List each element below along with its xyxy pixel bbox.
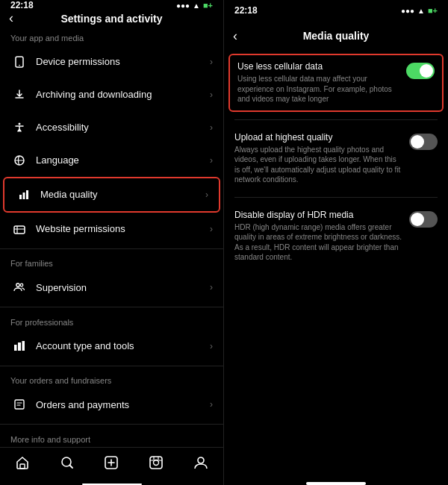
- chevron-icon: ›: [210, 282, 213, 292]
- svg-rect-12: [22, 341, 25, 351]
- chevron-icon: ›: [210, 399, 213, 410]
- nav-home[interactable]: [7, 448, 37, 478]
- sidebar-item-language[interactable]: Language ›: [0, 144, 223, 177]
- use-less-cellular-text-block: Use less cellular data Using less cellul…: [237, 61, 400, 104]
- divider-3: [0, 366, 223, 366]
- home-indicator-right: [306, 482, 366, 485]
- chart-bar-icon: [15, 186, 33, 204]
- section-label-orders: Your orders and fundraisers: [0, 369, 223, 388]
- svg-point-19: [198, 457, 204, 463]
- left-status-icons: ●●● ▲ ■+: [176, 1, 213, 10]
- accessibility-label: Accessibility: [36, 122, 210, 133]
- right-signal-icon: ●●●: [401, 7, 414, 15]
- use-less-cellular-title: Use less cellular data: [237, 61, 400, 72]
- chevron-icon: ›: [205, 190, 208, 200]
- nav-search[interactable]: [52, 448, 82, 478]
- right-panel: 22:18 ●●● ▲ ■+ ‹ Media quality Use less …: [224, 0, 448, 485]
- upload-highest-toggle[interactable]: [409, 134, 438, 150]
- divider-2: [0, 307, 223, 307]
- orders-icon: [10, 395, 28, 413]
- archiving-label: Archiving and downloading: [36, 89, 210, 100]
- use-less-cellular-toggle[interactable]: [406, 63, 435, 79]
- toggle-knob: [411, 135, 424, 148]
- section-label-families: For families: [0, 251, 223, 271]
- disable-hdr-toggle[interactable]: [409, 211, 438, 228]
- right-bottom-nav-spacer: [224, 466, 448, 481]
- right-back-button[interactable]: ‹: [233, 28, 237, 44]
- battery-icon: ■+: [203, 1, 213, 10]
- orders-label: Orders and payments: [36, 399, 210, 410]
- right-status-bar: 22:18 ●●● ▲ ■+: [224, 0, 448, 21]
- svg-rect-5: [23, 193, 25, 199]
- left-panel: 22:18 ●●● ▲ ■+ ‹ Settings and activity Y…: [0, 0, 224, 485]
- upload-highest-text-block: Upload at highest quality Always upload …: [234, 132, 403, 185]
- chevron-icon: ›: [210, 341, 213, 351]
- right-divider-1: [234, 119, 438, 120]
- svg-point-9: [20, 284, 23, 287]
- svg-rect-6: [26, 190, 28, 199]
- globe-icon: [10, 220, 28, 238]
- upload-highest-title: Upload at highest quality: [234, 132, 403, 143]
- bottom-navigation: [0, 447, 223, 482]
- disable-hdr-title: Disable display of HDR media: [234, 210, 403, 220]
- upload-highest-desc: Always upload the highest quality photos…: [234, 145, 403, 185]
- sidebar-item-archiving[interactable]: Archiving and downloading ›: [0, 78, 223, 111]
- download-icon: [10, 86, 28, 104]
- chevron-icon: ›: [210, 57, 213, 67]
- use-less-cellular-desc: Using less cellular data may affect your…: [237, 74, 400, 104]
- language-icon: [10, 151, 28, 169]
- sidebar-item-media-quality[interactable]: Media quality ›: [3, 177, 220, 213]
- right-wifi-icon: ▲: [417, 7, 425, 15]
- phone-icon: [10, 53, 28, 71]
- nav-reels[interactable]: [141, 448, 171, 478]
- supervision-label: Supervision: [36, 282, 210, 293]
- accessibility-icon: [10, 119, 28, 137]
- section-label-professionals: For professionals: [0, 310, 223, 330]
- setting-upload-highest[interactable]: Upload at highest quality Always upload …: [224, 125, 448, 193]
- nav-profile[interactable]: [186, 448, 216, 478]
- right-page-title: Media quality: [303, 30, 370, 42]
- sidebar-item-supervision[interactable]: Supervision ›: [0, 271, 223, 304]
- right-time: 22:18: [234, 5, 258, 16]
- chevron-icon: ›: [210, 155, 213, 166]
- svg-point-1: [19, 65, 20, 66]
- svg-rect-4: [19, 195, 22, 199]
- chevron-icon: ›: [210, 224, 213, 234]
- section-label-app-media: Your app and media: [0, 26, 223, 46]
- right-header: ‹ Media quality: [224, 21, 448, 51]
- svg-rect-10: [14, 345, 17, 351]
- device-permissions-label: Device permissions: [36, 56, 210, 67]
- language-label: Language: [36, 154, 210, 166]
- setting-use-less-cellular[interactable]: Use less cellular data Using less cellul…: [228, 54, 444, 112]
- wifi-icon: ▲: [193, 1, 200, 10]
- left-time: 22:18: [10, 0, 34, 10]
- sidebar-item-device-permissions[interactable]: Device permissions ›: [0, 46, 223, 78]
- toggle-knob: [411, 213, 424, 226]
- sidebar-item-website-permissions[interactable]: Website permissions ›: [0, 213, 223, 245]
- account-type-label: Account type and tools: [36, 340, 210, 351]
- toggle-knob: [420, 64, 433, 78]
- sidebar-item-orders[interactable]: Orders and payments ›: [0, 388, 223, 421]
- svg-rect-13: [15, 400, 24, 409]
- svg-point-2: [19, 122, 21, 125]
- nav-add[interactable]: [96, 448, 126, 478]
- divider-1: [0, 248, 223, 249]
- sidebar-item-account-type[interactable]: Account type and tools ›: [0, 330, 223, 363]
- setting-disable-hdr[interactable]: Disable display of HDR media HDR (high d…: [224, 202, 448, 270]
- right-status-icons: ●●● ▲ ■+: [401, 6, 438, 15]
- sidebar-item-accessibility[interactable]: Accessibility ›: [0, 111, 223, 144]
- left-back-button[interactable]: ‹: [9, 10, 13, 26]
- svg-rect-14: [20, 464, 25, 469]
- media-quality-label: Media quality: [40, 189, 205, 200]
- signal-icon: ●●●: [176, 1, 190, 10]
- svg-rect-7: [14, 226, 25, 234]
- left-status-bar: 22:18 ●●● ▲ ■+: [0, 0, 223, 10]
- right-battery-icon: ■+: [428, 6, 438, 15]
- people-icon: [10, 278, 28, 296]
- disable-hdr-desc: HDR (high dynamic range) media offers gr…: [234, 222, 403, 263]
- svg-rect-11: [18, 342, 21, 351]
- disable-hdr-text-block: Disable display of HDR media HDR (high d…: [234, 210, 403, 263]
- left-page-title: Settings and activity: [60, 13, 162, 25]
- chevron-icon: ›: [210, 90, 213, 100]
- right-divider-2: [234, 197, 438, 198]
